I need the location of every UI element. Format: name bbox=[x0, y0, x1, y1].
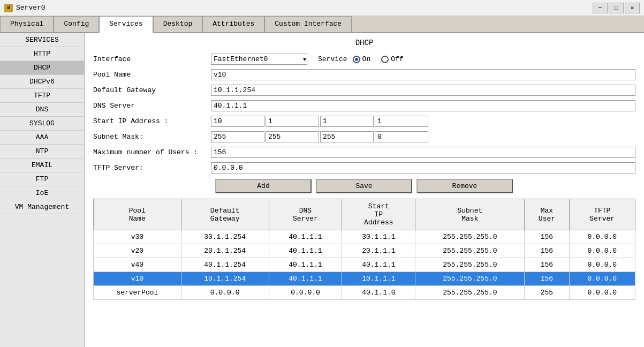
sidebar-item-dhcpv6[interactable]: DHCPv6 bbox=[0, 75, 84, 89]
subnet-mask-o4[interactable] bbox=[375, 131, 428, 142]
start-ip-o2[interactable] bbox=[266, 116, 319, 127]
window-title: Server0 bbox=[16, 4, 46, 12]
table-row[interactable]: serverPool0.0.0.00.0.0.040.1.1.0255.255.… bbox=[94, 286, 635, 300]
maximize-button[interactable]: □ bbox=[609, 3, 624, 13]
radio-group: On Off bbox=[353, 55, 404, 63]
tftp-server-row: TFTP Server: bbox=[93, 162, 635, 174]
table-cell: 156 bbox=[525, 272, 569, 286]
tab-attributes[interactable]: Attributes bbox=[202, 16, 264, 32]
tab-custom-interface[interactable]: Custom Interface bbox=[264, 16, 352, 32]
tab-config[interactable]: Config bbox=[54, 16, 99, 32]
col-pool-name: PoolName bbox=[94, 199, 181, 230]
table-cell: 255.255.255.0 bbox=[415, 272, 525, 286]
max-users-input[interactable] bbox=[211, 147, 635, 158]
table-cell: 40.1.1.1 bbox=[269, 230, 342, 244]
table-cell: 156 bbox=[525, 230, 569, 244]
table-cell: 40.1.1.1 bbox=[269, 272, 342, 286]
table-cell: 0.0.0.0 bbox=[569, 286, 635, 300]
start-ip-o1[interactable] bbox=[211, 116, 264, 127]
col-subnet-mask: SubnetMask bbox=[415, 199, 525, 230]
radio-off-circle bbox=[381, 56, 389, 63]
service-label: Service bbox=[318, 55, 347, 63]
sidebar-item-ftp[interactable]: FTP bbox=[0, 172, 84, 186]
table-cell: 40.1.1.1 bbox=[269, 244, 342, 258]
table-row[interactable]: v4040.1.1.25440.1.1.140.1.1.1255.255.255… bbox=[94, 258, 635, 272]
table-row[interactable]: v3030.1.1.25440.1.1.130.1.1.1255.255.255… bbox=[94, 230, 635, 244]
add-button[interactable]: Add bbox=[215, 179, 312, 193]
default-gateway-input[interactable] bbox=[211, 85, 635, 96]
tab-services[interactable]: Services bbox=[99, 16, 153, 33]
table-cell: 20.1.1.1 bbox=[342, 244, 415, 258]
radio-on[interactable]: On bbox=[353, 55, 371, 63]
table-cell: v20 bbox=[94, 244, 181, 258]
table-cell: 0.0.0.0 bbox=[569, 244, 635, 258]
table-cell: 156 bbox=[525, 258, 569, 272]
tab-desktop[interactable]: Desktop bbox=[153, 16, 203, 32]
pool-name-input[interactable] bbox=[211, 69, 635, 80]
start-ip-label: Start IP Address : bbox=[93, 117, 211, 125]
sidebar-item-ntp[interactable]: NTP bbox=[0, 145, 84, 159]
sidebar-item-tftp[interactable]: TFTP bbox=[0, 89, 84, 103]
table-cell: 30.1.1.1 bbox=[342, 230, 415, 244]
pool-name-row: Pool Name bbox=[93, 69, 635, 80]
table-cell: 156 bbox=[525, 244, 569, 258]
interface-row: Interface FastEthernet0 ▼ Service On Off bbox=[93, 54, 635, 65]
start-ip-o4[interactable] bbox=[375, 116, 428, 127]
minimize-button[interactable]: ─ bbox=[593, 3, 608, 13]
table-cell: 40.1.1.1 bbox=[269, 258, 342, 272]
table-cell: 40.1.1.0 bbox=[342, 286, 415, 300]
content-area: DHCP Interface FastEthernet0 ▼ Service O… bbox=[85, 33, 644, 347]
app-icon: 🖥 bbox=[4, 4, 13, 12]
dns-server-row: DNS Server bbox=[93, 100, 635, 111]
interface-select-wrap: FastEthernet0 ▼ bbox=[211, 54, 307, 65]
start-ip-row: Start IP Address : bbox=[93, 116, 635, 127]
table-cell: v10 bbox=[94, 272, 181, 286]
subnet-mask-o2[interactable] bbox=[266, 131, 319, 142]
tftp-server-label: TFTP Server: bbox=[93, 164, 211, 172]
col-max-user: MaxUser bbox=[525, 199, 569, 230]
section-title: DHCP bbox=[93, 39, 635, 47]
dns-server-input[interactable] bbox=[211, 100, 635, 111]
table-cell: 255 bbox=[525, 286, 569, 300]
sidebar-item-ioe[interactable]: IoE bbox=[0, 186, 84, 200]
sidebar-item-email[interactable]: EMAIL bbox=[0, 159, 84, 172]
table-cell: 20.1.1.254 bbox=[181, 244, 269, 258]
table-cell: 0.0.0.0 bbox=[181, 286, 269, 300]
close-button[interactable]: ✕ bbox=[625, 3, 640, 13]
table-cell: 10.1.1.254 bbox=[181, 272, 269, 286]
tftp-server-input[interactable] bbox=[211, 162, 635, 174]
radio-off[interactable]: Off bbox=[381, 55, 403, 63]
radio-on-label: On bbox=[362, 55, 371, 63]
subnet-mask-o1[interactable] bbox=[211, 131, 264, 142]
start-ip-o3[interactable] bbox=[320, 116, 374, 127]
table-row[interactable]: v1010.1.1.25440.1.1.110.1.1.1255.255.255… bbox=[94, 272, 635, 286]
default-gateway-row: Default Gateway bbox=[93, 85, 635, 96]
tab-bar: Physical Config Services Desktop Attribu… bbox=[0, 16, 644, 33]
sidebar-item-vm-management[interactable]: VM Management bbox=[0, 200, 84, 214]
button-row: Add Save Remove bbox=[93, 179, 635, 193]
col-default-gateway: DefaultGateway bbox=[181, 199, 269, 230]
table-cell: 255.255.255.0 bbox=[415, 244, 525, 258]
save-button[interactable]: Save bbox=[316, 179, 412, 193]
interface-select[interactable]: FastEthernet0 bbox=[211, 54, 307, 65]
pool-name-label: Pool Name bbox=[93, 71, 211, 79]
col-tftp-server: TFTPServer bbox=[569, 199, 635, 230]
sidebar-item-services[interactable]: SERVICES bbox=[0, 33, 84, 47]
radio-on-circle bbox=[353, 56, 360, 63]
sidebar-item-http[interactable]: HTTP bbox=[0, 47, 84, 61]
table-cell: 0.0.0.0 bbox=[269, 286, 342, 300]
sidebar-item-syslog[interactable]: SYSLOG bbox=[0, 117, 84, 131]
table-cell: 255.255.255.0 bbox=[415, 258, 525, 272]
table-cell: serverPool bbox=[94, 286, 181, 300]
table-cell: 0.0.0.0 bbox=[569, 230, 635, 244]
table-row[interactable]: v2020.1.1.25440.1.1.120.1.1.1255.255.255… bbox=[94, 244, 635, 258]
sidebar-item-aaa[interactable]: AAA bbox=[0, 131, 84, 145]
sidebar-item-dhcp[interactable]: DHCP bbox=[0, 61, 84, 75]
sidebar-item-dns[interactable]: DNS bbox=[0, 103, 84, 117]
table-cell: v30 bbox=[94, 230, 181, 244]
title-bar-left: 🖥 Server0 bbox=[4, 4, 46, 12]
tab-physical[interactable]: Physical bbox=[0, 16, 54, 32]
subnet-mask-o3[interactable] bbox=[320, 131, 374, 142]
remove-button[interactable]: Remove bbox=[416, 179, 513, 193]
title-bar: 🖥 Server0 ─ □ ✕ bbox=[0, 0, 644, 16]
